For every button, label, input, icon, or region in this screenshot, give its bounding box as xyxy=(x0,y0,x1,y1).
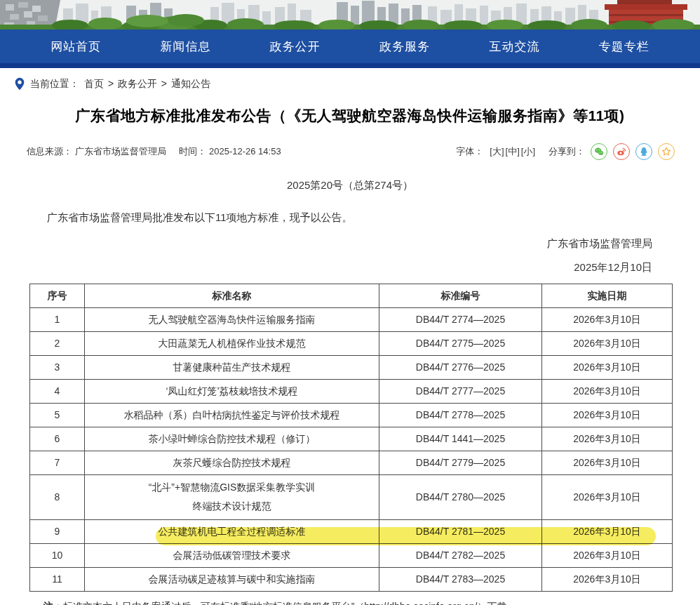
table-row: 1无人驾驶航空器海岛快件运输服务指南DB44/T 2774—20252026年3… xyxy=(30,307,673,331)
nav-item-4[interactable]: 政务服务 xyxy=(350,29,459,63)
page-title: 广东省地方标准批准发布公告（《无人驾驶航空器海岛快件运输服务指南》等11项) xyxy=(28,106,672,126)
breadcrumb-separator: > xyxy=(157,78,171,89)
row-number: 3 xyxy=(30,355,85,379)
header-banner-image xyxy=(0,0,700,29)
font-size-button-2[interactable]: [中] xyxy=(506,146,520,157)
document-number: 2025第20号（总第274号） xyxy=(0,179,700,192)
column-header: 实施日期 xyxy=(542,284,673,307)
standard-code: DB44/T 1441—2025 xyxy=(379,427,542,451)
row-number: 5 xyxy=(30,403,85,427)
nav-item-3[interactable]: 政务公开 xyxy=(241,29,350,63)
share-weibo-button[interactable] xyxy=(613,143,630,160)
standard-code: DB44/T 2781—2025 xyxy=(379,519,542,543)
standard-code: DB44/T 2782—2025 xyxy=(379,543,542,567)
column-header: 标准名称 xyxy=(85,284,379,307)
standard-name: 会展活动碳足迹核算与碳中和实施指南 xyxy=(85,567,379,591)
implementation-date: 2026年3月10日 xyxy=(542,307,673,331)
source-value: 广东省市场监督管理局 xyxy=(75,146,166,157)
nav-item-6[interactable]: 专题专栏 xyxy=(570,29,679,63)
row-number: 10 xyxy=(30,543,85,567)
table-row: 6茶小绿叶蝉综合防控技术规程（修订）DB44/T 1441—20252026年3… xyxy=(30,427,673,451)
standard-code: DB44/T 2780—2025 xyxy=(379,474,542,519)
table-row: 10会展活动低碳管理技术要求DB44/T 2782—20252026年3月10日 xyxy=(30,543,673,567)
standard-code: DB44/T 2775—2025 xyxy=(379,331,542,355)
time-label: 时间： xyxy=(179,146,206,157)
row-number: 11 xyxy=(30,567,85,591)
share-label: 分享到： xyxy=(548,145,585,158)
row-number: 1 xyxy=(30,307,85,331)
row-number: 8 xyxy=(30,474,85,519)
standard-code: DB44/T 2783—2025 xyxy=(379,567,542,591)
standard-name: 会展活动低碳管理技术要求 xyxy=(85,543,379,567)
share-qzone-star-button[interactable] xyxy=(658,143,675,160)
standard-code: DB44/T 2779—2025 xyxy=(379,451,542,474)
implementation-date: 2026年3月10日 xyxy=(542,403,673,427)
row-number: 7 xyxy=(30,451,85,474)
implementation-date: 2026年3月10日 xyxy=(542,355,673,379)
column-header: 标准编号 xyxy=(379,284,542,307)
sign-date: 2025年12月10日 xyxy=(0,261,652,274)
article-source: 信息来源：广东省市场监督管理局时间：2025-12-26 14:53 xyxy=(27,145,284,158)
standard-name: 灰茶尺蠖综合防控技术规程 xyxy=(85,451,379,474)
share-qq-button[interactable] xyxy=(635,143,652,160)
breadcrumb-link-3[interactable]: 通知公告 xyxy=(171,78,210,89)
table-row: 2大田蔬菜无人机植保作业技术规范DB44/T 2775—20252026年3月1… xyxy=(30,331,673,355)
font-size-controls: [大][中][小] xyxy=(489,145,536,158)
implementation-date: 2026年3月10日 xyxy=(542,427,673,451)
breadcrumb-link-1[interactable]: 首页 xyxy=(84,78,104,89)
standard-name: ‘凤山红灯笼’荔枝栽培技术规程 xyxy=(85,379,379,403)
standard-code: DB44/T 2774—2025 xyxy=(379,307,542,331)
standard-name: “北斗”+智慧物流GIS数据采集教学实训 终端技术设计规范 xyxy=(85,474,379,519)
implementation-date: 2026年3月10日 xyxy=(542,331,673,355)
breadcrumb-separator: > xyxy=(104,78,118,89)
footnote-text: 标准文本六十日内备案通过后，可在标准委“地方标准信息服务平台”（http://d… xyxy=(63,601,516,605)
announcement-body: 广东省市场监督管理局批准发布以下11项地方标准，现予以公告。 xyxy=(29,210,658,226)
signer: 广东省市场监督管理局 xyxy=(0,237,652,251)
table-row-highlighted: 9公共建筑机电工程全过程调适标准DB44/T 2781—20252026年3月1… xyxy=(30,519,673,543)
table-header-row: 序号标准名称标准编号实施日期 xyxy=(30,284,673,307)
article-tools: 字体： [大][中][小] 分享到： xyxy=(456,143,675,160)
row-number: 6 xyxy=(30,427,85,451)
standard-name: 无人驾驶航空器海岛快件运输服务指南 xyxy=(85,307,379,331)
standards-table-wrap: 序号标准名称标准编号实施日期 1无人驾驶航空器海岛快件运输服务指南DB44/T … xyxy=(29,284,672,592)
row-number: 2 xyxy=(30,331,85,355)
breadcrumb-label: 当前位置： xyxy=(30,78,79,91)
page: 网站首页新闻信息政务公开政务服务互动交流专题专栏 当前位置： 首页 > 政务公开… xyxy=(0,0,700,605)
font-size-button-3[interactable]: [小] xyxy=(521,146,535,157)
breadcrumb: 当前位置： 首页 > 政务公开 > 通知公告 xyxy=(0,68,700,97)
standard-code: DB44/T 2777—2025 xyxy=(379,379,542,403)
implementation-date: 2026年3月10日 xyxy=(542,567,673,591)
table-row: 4‘凤山红灯笼’荔枝栽培技术规程DB44/T 2777—20252026年3月1… xyxy=(30,379,673,403)
implementation-date: 2026年3月10日 xyxy=(542,379,673,403)
breadcrumb-link-2[interactable]: 政务公开 xyxy=(118,78,157,89)
nav-item-1[interactable]: 网站首页 xyxy=(21,29,130,63)
main-nav: 网站首页新闻信息政务公开政务服务互动交流专题专栏 xyxy=(0,29,700,63)
nav-bottom-strip xyxy=(0,63,700,68)
standard-name: 茶小绿叶蝉综合防控技术规程（修订） xyxy=(85,427,379,451)
signature-block: 广东省市场监督管理局 2025年12月10日 xyxy=(0,237,652,274)
table-row: 7灰茶尺蠖综合防控技术规程DB44/T 2779—20252026年3月10日 xyxy=(30,451,673,474)
share-wechat-button[interactable] xyxy=(591,143,607,160)
table-row: 5水稻品种（系）白叶枯病抗性鉴定与评价技术规程DB44/T 2778—20252… xyxy=(30,403,673,427)
row-number: 4 xyxy=(30,379,85,403)
implementation-date: 2026年3月10日 xyxy=(542,543,673,567)
standard-name: 公共建筑机电工程全过程调适标准 xyxy=(85,519,379,543)
implementation-date: 2026年3月10日 xyxy=(542,519,673,543)
time-value: 2025-12-26 14:53 xyxy=(209,146,281,157)
column-header: 序号 xyxy=(30,284,85,307)
standard-code: DB44/T 2776—2025 xyxy=(379,355,542,379)
standard-code: DB44/T 2778—2025 xyxy=(379,403,542,427)
nav-item-2[interactable]: 新闻信息 xyxy=(130,29,240,63)
table-row: 8“北斗”+智慧物流GIS数据采集教学实训 终端技术设计规范DB44/T 278… xyxy=(30,474,673,519)
breadcrumb-links: 首页 > 政务公开 > 通知公告 xyxy=(84,78,210,91)
nav-item-5[interactable]: 互动交流 xyxy=(459,29,569,63)
implementation-date: 2026年3月10日 xyxy=(542,474,673,519)
font-size-button-1[interactable]: [大] xyxy=(490,146,504,157)
table-row: 3甘薯健康种苗生产技术规程DB44/T 2776—20252026年3月10日 xyxy=(30,355,673,379)
footnote: 注：标准文本六十日内备案通过后，可在标准委“地方标准信息服务平台”（http:/… xyxy=(43,601,672,605)
standards-table: 序号标准名称标准编号实施日期 1无人驾驶航空器海岛快件运输服务指南DB44/T … xyxy=(29,284,673,592)
standard-name: 大田蔬菜无人机植保作业技术规范 xyxy=(85,331,379,355)
location-pin-icon xyxy=(14,77,25,91)
source-label: 信息来源： xyxy=(27,146,72,157)
standard-name: 水稻品种（系）白叶枯病抗性鉴定与评价技术规程 xyxy=(85,403,379,427)
